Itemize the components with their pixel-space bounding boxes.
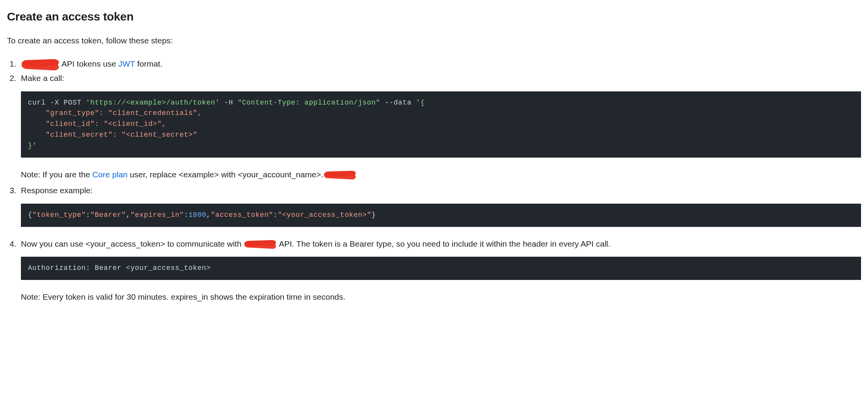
step-2-note: Note: If you are the Core plan user, rep… [21, 168, 861, 181]
curl-request-code: curl -X POST 'https://<example>/auth/tok… [21, 91, 861, 158]
code-key: "grant_type" [28, 109, 99, 117]
code-colon: : [273, 211, 278, 219]
code-punct: : [95, 120, 104, 128]
code-brace: { [28, 211, 33, 219]
code-colon: : [86, 211, 91, 219]
code-number: 1800 [189, 211, 206, 219]
core-plan-link[interactable]: Core plan [92, 170, 127, 179]
step-4: Now you can use <your_access_token> to c… [19, 238, 861, 303]
step-2-label: Make a call: [21, 74, 64, 82]
note-mid: user, replace <example> with <your_accou… [128, 170, 323, 179]
steps-list: API tokens use JWT format. Make a call: … [7, 58, 861, 303]
code-key: "expires_in" [130, 211, 184, 219]
code-string: '{ [416, 99, 425, 106]
code-colon: : [184, 211, 189, 219]
code-value: "Bearer" [90, 211, 126, 219]
redacted-brand-2 [244, 240, 276, 248]
redacted-brand-1 [22, 60, 59, 69]
step-1-text-a: API tokens use [60, 59, 118, 68]
intro-paragraph: To create an access token, follow these … [7, 34, 861, 47]
auth-header-code: Authorization: Bearer <your_access_token… [21, 257, 861, 280]
code-punct: , [197, 109, 202, 117]
code-string: "Content-Type: application/json" [238, 99, 381, 106]
step-3-label: Response example: [21, 186, 93, 195]
step-4-note: Note: Every token is valid for 30 minute… [21, 291, 861, 303]
doc-page: Create an access token To create an acce… [0, 0, 868, 330]
page-title: Create an access token [7, 8, 861, 25]
code-comma: , [206, 211, 211, 219]
code-value: "<client_secret>" [122, 131, 197, 139]
step-1: API tokens use JWT format. [19, 58, 861, 70]
code-text: curl -X POST [28, 99, 86, 106]
code-punct: : [113, 131, 122, 139]
code-brace: } [371, 211, 376, 219]
redacted-domain-suffix [324, 171, 356, 179]
note-prefix: Note: If you are the [21, 170, 92, 179]
step-4-text-b: API. The token is a Bearer type, so you … [277, 239, 610, 248]
response-example-code: {"token_type":"Bearer","expires_in":1800… [21, 204, 861, 227]
code-punct: , [162, 120, 166, 128]
code-value: "<your_access_token>" [278, 211, 371, 219]
step-4-text-a: Now you can use <your_access_token> to c… [21, 239, 244, 248]
code-value: "client_credentials" [108, 109, 197, 117]
code-string: 'https://<example>/auth/token' [86, 99, 220, 106]
code-text: --data [380, 99, 416, 106]
code-comma: , [126, 211, 131, 219]
code-punct: : [99, 109, 108, 117]
step-1-text-b: format. [135, 59, 163, 68]
code-key: "access_token" [211, 211, 273, 219]
step-2: Make a call: curl -X POST 'https://<exam… [19, 72, 861, 180]
code-key: "client_id" [28, 120, 95, 128]
code-value: "<client_id>" [104, 120, 162, 128]
code-key: "token_type" [33, 211, 86, 219]
code-string: }' [28, 142, 37, 149]
code-text: -H [220, 99, 237, 106]
code-text: Authorization: Bearer <your_access_token… [28, 264, 211, 272]
step-3: Response example: {"token_type":"Bearer"… [19, 184, 861, 227]
jwt-link[interactable]: JWT [118, 59, 135, 68]
code-key: "client_secret" [28, 131, 113, 139]
